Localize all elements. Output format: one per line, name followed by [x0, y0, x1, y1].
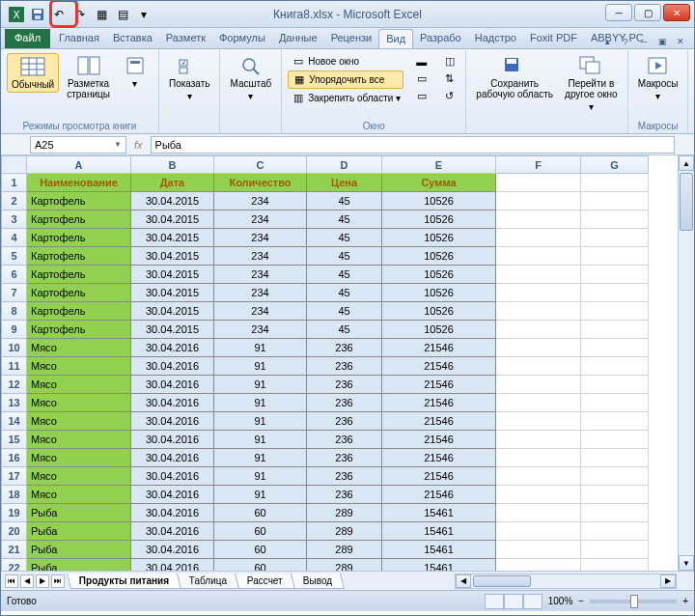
sheet-tab[interactable]: Вывод: [291, 574, 346, 589]
redo-icon[interactable]: ↷: [70, 5, 90, 24]
column-header[interactable]: E: [382, 156, 496, 174]
cell-name[interactable]: Рыба: [27, 559, 131, 572]
new-window-button[interactable]: ▭Новое окно: [288, 53, 403, 70]
sheet-grid-scroll[interactable]: ABCDEFG1НаименованиеДатаКоличествоЦенаСу…: [1, 155, 678, 571]
cell-date[interactable]: 30.04.2016: [131, 449, 214, 467]
cell[interactable]: [581, 559, 649, 572]
sheet-tab[interactable]: Рассчет: [235, 574, 295, 589]
show-button[interactable]: ✓ Показать▾: [165, 53, 214, 103]
cell[interactable]: [496, 247, 581, 266]
cell-sum[interactable]: 10526: [382, 321, 496, 339]
column-header[interactable]: G: [581, 156, 649, 174]
cell[interactable]: [496, 174, 581, 192]
help-icon[interactable]: ?: [618, 35, 633, 48]
column-header[interactable]: A: [27, 156, 131, 174]
scroll-up-button[interactable]: ▲: [679, 155, 694, 171]
sheet-tab[interactable]: Таблица: [177, 574, 240, 589]
cell-date[interactable]: 30.04.2016: [131, 394, 214, 412]
zoom-in-button[interactable]: +: [682, 596, 688, 606]
freeze-panes-button[interactable]: ▥Закрепить области ▾: [288, 90, 403, 106]
cell-qty[interactable]: 234: [214, 192, 307, 210]
cell[interactable]: [496, 229, 581, 247]
cell[interactable]: [496, 412, 581, 431]
maximize-button[interactable]: ▢: [634, 4, 661, 21]
select-all-corner[interactable]: [2, 156, 27, 174]
cell-date[interactable]: 30.04.2015: [131, 284, 214, 302]
excel-icon[interactable]: X: [7, 5, 26, 24]
cell-sum[interactable]: 15461: [382, 522, 496, 541]
cell-sum[interactable]: 10526: [382, 284, 496, 302]
cell[interactable]: [581, 394, 649, 412]
cell-price[interactable]: 45: [307, 284, 382, 302]
cell-date[interactable]: 30.04.2015: [131, 321, 214, 339]
doc-minimize-icon[interactable]: ─: [636, 35, 652, 48]
vertical-scroll-thumb[interactable]: [680, 173, 693, 231]
cell-name[interactable]: Мясо: [27, 467, 131, 486]
cell[interactable]: [496, 431, 581, 449]
cell-sum[interactable]: 10526: [382, 247, 496, 266]
zoom-slider[interactable]: [590, 600, 677, 603]
sync-scroll-button[interactable]: ⇅: [439, 70, 459, 87]
view-pagebreak-button[interactable]: [523, 594, 542, 609]
cell-sum[interactable]: 21546: [382, 467, 496, 486]
cell[interactable]: [581, 431, 649, 449]
cell-name[interactable]: Картофель: [27, 266, 131, 284]
reset-pos-button[interactable]: ↺: [439, 88, 459, 104]
row-header[interactable]: 9: [2, 321, 27, 339]
sheet-nav-first[interactable]: ⏮: [5, 574, 18, 588]
cell-sum[interactable]: 21546: [382, 412, 496, 431]
row-header[interactable]: 13: [2, 394, 27, 412]
cell-date[interactable]: 30.04.2015: [131, 192, 214, 210]
cell-date[interactable]: 30.04.2015: [131, 247, 214, 266]
row-header[interactable]: 12: [2, 376, 27, 394]
cell[interactable]: [581, 210, 649, 229]
cell-qty[interactable]: 60: [214, 504, 307, 522]
cell-qty[interactable]: 234: [214, 302, 307, 321]
cell-date[interactable]: 30.04.2016: [131, 357, 214, 376]
cell-name[interactable]: Картофель: [27, 210, 131, 229]
cell[interactable]: [496, 284, 581, 302]
table-header-cell[interactable]: Сумма: [382, 174, 496, 192]
cell-name[interactable]: Мясо: [27, 412, 131, 431]
cell-date[interactable]: 30.04.2016: [131, 486, 214, 504]
cell-name[interactable]: Картофель: [27, 321, 131, 339]
save-workspace-button[interactable]: Сохранить рабочую область: [472, 53, 557, 101]
save-icon[interactable]: [28, 5, 47, 24]
cell-qty[interactable]: 91: [214, 431, 307, 449]
cell[interactable]: [496, 302, 581, 321]
cell-qty[interactable]: 234: [214, 210, 307, 229]
cell-price[interactable]: 236: [307, 376, 382, 394]
cell-name[interactable]: Картофель: [27, 302, 131, 321]
cell-date[interactable]: 30.04.2015: [131, 266, 214, 284]
cell-sum[interactable]: 10526: [382, 266, 496, 284]
cell-name[interactable]: Рыба: [27, 504, 131, 522]
cell-date[interactable]: 30.04.2016: [131, 504, 214, 522]
undo-icon[interactable]: ↶: [49, 5, 69, 24]
minimize-button[interactable]: ─: [605, 4, 632, 21]
zoom-out-button[interactable]: −: [578, 596, 584, 606]
cell-qty[interactable]: 91: [214, 339, 307, 357]
row-header[interactable]: 7: [2, 284, 27, 302]
row-header[interactable]: 2: [2, 192, 27, 210]
sheet-nav-last[interactable]: ⏭: [51, 574, 65, 588]
cell-qty[interactable]: 234: [214, 247, 307, 266]
row-header[interactable]: 1: [2, 174, 27, 192]
name-box[interactable]: A25 ▼: [30, 136, 126, 154]
hide-button[interactable]: ▭: [411, 70, 431, 87]
cell-price[interactable]: 45: [307, 302, 382, 321]
cell-name[interactable]: Картофель: [27, 229, 131, 247]
cell[interactable]: [581, 504, 649, 522]
ribbon-tab[interactable]: Вид: [378, 29, 413, 48]
cell[interactable]: [581, 449, 649, 467]
cell-date[interactable]: 30.04.2015: [131, 210, 214, 229]
cell-qty[interactable]: 91: [214, 486, 307, 504]
cell-price[interactable]: 289: [307, 559, 382, 572]
row-header[interactable]: 20: [2, 522, 27, 541]
cell-name[interactable]: Мясо: [27, 339, 131, 357]
sheet-nav-next[interactable]: ▶: [36, 574, 49, 588]
ribbon-tab[interactable]: Вставка: [106, 29, 159, 48]
sheet-nav-prev[interactable]: ◀: [20, 574, 34, 588]
split-button[interactable]: ▬: [411, 53, 431, 70]
cell-qty[interactable]: 60: [214, 559, 307, 572]
cell[interactable]: [581, 339, 649, 357]
